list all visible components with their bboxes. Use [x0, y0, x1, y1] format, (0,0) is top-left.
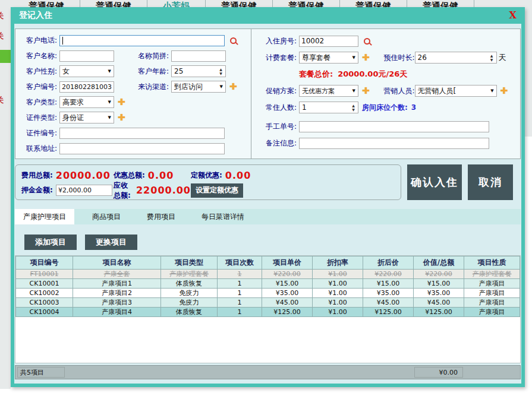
table-cell: ¥45.00: [363, 298, 414, 308]
pinyin-label: 名称简拼:: [114, 51, 169, 61]
confirm-checkin-button[interactable]: 确认入住: [407, 164, 462, 200]
column-header[interactable]: 项目编号: [16, 256, 73, 270]
stepper-arrows-icon[interactable]: ▲▼: [216, 66, 225, 77]
table-cell: 体质恢复: [161, 279, 218, 289]
column-header[interactable]: 项目类型: [161, 256, 218, 270]
chevron-down-icon: ▼: [106, 115, 111, 120]
name-label: 客户名称:: [15, 51, 57, 61]
search-icon[interactable]: [364, 38, 370, 45]
column-header[interactable]: 项目次数: [218, 256, 262, 270]
table-cell: 产康项目: [464, 308, 520, 317]
promo-select[interactable]: 无优惠方案▼: [299, 85, 358, 97]
manual-no-input[interactable]: [299, 121, 489, 132]
table-cell: ¥1.00: [313, 279, 363, 289]
background-tab: 普通保健: [273, 0, 340, 7]
add-marketer-icon[interactable]: ✚: [500, 87, 508, 96]
duration-stepper[interactable]: 26▲▼: [415, 52, 497, 64]
replace-item-button[interactable]: 更换项目: [85, 235, 137, 250]
table-cell: ¥220.00: [363, 270, 414, 279]
occupants-stepper[interactable]: 1▲▼: [299, 102, 358, 113]
gender-select[interactable]: 女▼: [59, 65, 114, 77]
remark-input[interactable]: [299, 138, 489, 149]
customer-form: 客户电话: 客户名称: 名称简拼: 客户性别: 女▼ 客户年龄: 25▲▼: [15, 29, 251, 159]
column-header[interactable]: 折扣率: [313, 256, 363, 270]
add-customer-type-icon[interactable]: ✚: [118, 98, 125, 107]
table-cell: 1: [218, 298, 262, 308]
phone-label: 客户电话:: [15, 36, 57, 46]
add-channel-icon[interactable]: ✚: [229, 83, 237, 91]
background-tab: 普通保健: [80, 0, 147, 7]
table-row[interactable]: CK10003产康项目3免疫力1¥45.00¥1.00¥45.00¥45.00产…: [16, 298, 520, 308]
column-header[interactable]: 项目名称: [73, 256, 161, 270]
customer-type-select[interactable]: 高要求▼: [59, 96, 114, 108]
table-cell: 1: [218, 308, 262, 317]
channel-select[interactable]: 到店访问▼: [171, 81, 226, 93]
stepper-arrows-icon[interactable]: ▲▼: [487, 52, 496, 63]
table-cell: 产康护理套餐: [464, 270, 520, 279]
table-cell: ¥1.00: [313, 298, 363, 308]
column-header[interactable]: 项目性质: [464, 256, 520, 270]
table-cell: ¥45.00: [262, 298, 313, 308]
table-cell: ¥125.00: [262, 308, 313, 317]
add-id-type-icon[interactable]: ✚: [118, 113, 125, 122]
background-tab: 普通保健: [13, 0, 80, 7]
add-item-button[interactable]: 添加项目: [24, 235, 77, 250]
column-header[interactable]: 项目单价: [262, 256, 313, 270]
table-row[interactable]: FT10001产康全套产康护理套餐1¥220.00¥1.00¥220.00¥22…: [16, 270, 520, 279]
deposit-input[interactable]: [56, 185, 112, 196]
id-no-input[interactable]: [59, 128, 225, 139]
room-label: 入住房号:: [255, 36, 297, 46]
background-tab: 普通保健: [340, 0, 407, 7]
pinyin-input[interactable]: [171, 50, 226, 62]
background-text-fragment: 关: [0, 95, 4, 106]
receivable-value: 22000.00: [136, 185, 191, 196]
set-fixed-discount-button[interactable]: 设置定额优惠: [191, 183, 243, 198]
column-header[interactable]: 价值/总额: [414, 256, 464, 270]
amount-box: ¥0.00: [414, 367, 463, 378]
search-icon[interactable]: [230, 37, 237, 44]
chevron-down-icon: ▼: [488, 88, 493, 93]
add-promo-icon[interactable]: ✚: [362, 87, 370, 96]
table-cell: ¥15.00: [363, 279, 414, 289]
dialog-body: 客户电话: 客户名称: 名称简拼: 客户性别: 女▼ 客户年龄: 25▲▼: [14, 24, 521, 384]
promo-label: 促销方案:: [255, 86, 297, 96]
checkin-dialog: 登记入住 X 客户电话: 客户名称: 名称简拼: 客户性别: 女▼: [11, 7, 525, 387]
tab-item[interactable]: 产康护理项目: [15, 209, 74, 224]
tab-item[interactable]: 费用项目: [138, 209, 184, 224]
table-cell: ¥35.00: [414, 289, 464, 298]
table-cell: 体质恢复: [161, 308, 218, 317]
room-input[interactable]: [299, 36, 358, 47]
add-package-icon[interactable]: ✚: [362, 53, 370, 62]
table-cell: 产康项目3: [73, 298, 161, 308]
package-select[interactable]: 尊享套餐▼: [299, 52, 358, 64]
table-row[interactable]: CK10001产康项目1体质恢复1¥15.00¥1.00¥15.00¥15.00…: [16, 279, 520, 289]
table-cell: CK10003: [16, 298, 73, 308]
customer-no-input[interactable]: [59, 81, 114, 93]
id-type-select[interactable]: 身份证▼: [59, 112, 114, 123]
table-cell: ¥1.00: [313, 308, 363, 317]
items-grid-area: 项目编号项目名称项目类型项目次数项目单价折扣率折后价价值/总额项目性质 FT10…: [15, 255, 521, 363]
tab-item[interactable]: 商品项目: [84, 209, 129, 224]
name-input[interactable]: [59, 50, 114, 62]
background-text-fragment: 关: [0, 31, 4, 42]
age-stepper[interactable]: 25▲▼: [171, 65, 226, 77]
stepper-arrows-icon[interactable]: ▲▼: [349, 102, 358, 113]
fixed-discount-value: 0.00: [225, 170, 251, 181]
table-cell: 产康项目: [464, 289, 520, 298]
table-row[interactable]: CK10002产康项目2免疫力1¥35.00¥1.00¥35.00¥35.00产…: [16, 289, 520, 298]
address-input[interactable]: [59, 143, 225, 154]
background-green-block: [0, 50, 11, 63]
close-icon[interactable]: X: [509, 11, 517, 20]
column-header[interactable]: 折后价: [363, 256, 414, 270]
cancel-button[interactable]: 取消: [468, 164, 513, 200]
marketer-select[interactable]: 无营销人员[▼: [415, 85, 497, 97]
fixed-discount-label: 定额优惠:: [191, 170, 222, 180]
table-row[interactable]: CK10004产康项目4体质恢复1¥125.00¥1.00¥125.00¥125…: [16, 308, 520, 317]
phone-input[interactable]: [59, 35, 225, 46]
table-cell: ¥15.00: [414, 279, 464, 289]
table-cell: 产康项目2: [73, 289, 161, 298]
form-panel: 客户电话: 客户名称: 名称简拼: 客户性别: 女▼ 客户年龄: 25▲▼: [15, 28, 521, 159]
tab-item[interactable]: 每日菜谱详情: [193, 209, 253, 224]
id-type-label: 证件类型:: [15, 113, 57, 123]
beds-value: 3: [411, 103, 416, 112]
